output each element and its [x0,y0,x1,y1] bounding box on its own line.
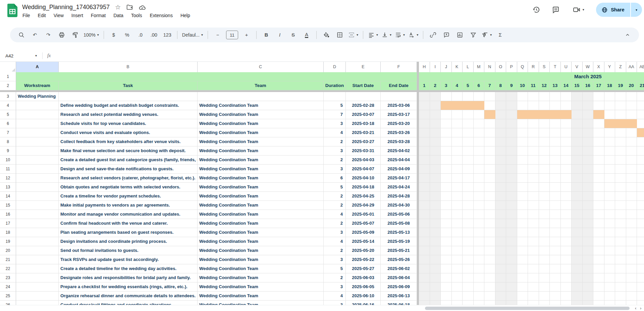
gantt-cell-r16-d20[interactable] [626,210,637,219]
gantt-cell-r11-d5[interactable] [463,165,474,174]
cell-start-date-r8[interactable]: 2025-03-27 [346,137,381,146]
gantt-cell-r9-d18[interactable] [604,146,615,156]
cell-end-date-r20[interactable]: 2025-05-21 [381,246,417,255]
cell-start-date-r5[interactable]: 2025-03-07 [346,110,381,119]
row-header-14[interactable]: 14 [0,192,16,201]
currency-icon[interactable]: $ [108,30,120,40]
gantt-cell-r26-d4[interactable] [452,301,463,305]
gantt-cell-r13-d12[interactable] [539,183,550,192]
gantt-cell-r20-d2[interactable] [430,246,441,255]
gantt-cell-r15-d6[interactable] [474,201,485,210]
gantt-cell-r24-d14[interactable] [561,282,572,292]
gantt-cell-r11-d15[interactable] [572,165,583,174]
gantt-cell-r8-d8[interactable] [495,137,506,146]
gantt-cell-r15-d17[interactable] [593,201,604,210]
gantt-cell-r20-d5[interactable] [463,246,474,255]
gantt-cell-r3-d2[interactable] [430,92,441,101]
video-call-icon[interactable]: ▾ [569,3,588,16]
select-all-corner[interactable] [0,62,16,73]
gantt-cell-r18-d8[interactable] [495,228,506,237]
gantt-cell-r5-d19[interactable] [615,110,626,119]
gantt-cell-r11-d7[interactable] [484,165,495,174]
menu-view[interactable]: View [54,13,64,18]
gantt-cell-r16-d10[interactable] [517,210,528,219]
version-history-icon[interactable] [530,3,543,16]
gantt-cell-r13-d15[interactable] [572,183,583,192]
cell-team-r6[interactable]: Wedding Coordination Team [198,119,324,128]
cell-end-date-r14[interactable]: 2025-04-28 [381,192,417,201]
gantt-cell-r17-d10[interactable] [517,219,528,228]
scroll-left-arrow-icon[interactable]: ‹ [635,306,636,311]
cell-duration-r8[interactable]: 2 [324,137,346,146]
horizontal-scrollbar-thumb[interactable] [425,307,630,310]
row-header-26[interactable]: 26 [0,301,16,305]
gantt-cell-r17-d1[interactable] [419,219,430,228]
cell-duration-r18[interactable]: 3 [324,228,346,237]
cell-end-date-r25[interactable]: 2025-06-13 [381,292,417,301]
gantt-cell-r6-d9[interactable] [506,119,517,128]
share-button[interactable]: Share ▾ [596,3,642,17]
gantt-cell-r6-d10[interactable] [517,119,528,128]
gantt-cell-r17-d7[interactable] [484,219,495,228]
cell-end-date-r17[interactable]: 2025-05-08 [381,219,417,228]
gantt-cell-r6-d1[interactable] [419,119,430,128]
gantt-cell-r26-d14[interactable] [561,301,572,305]
cell-end-date-r4[interactable]: 2025-03-06 [381,101,417,110]
gantt-cell-r10-d14[interactable] [561,156,572,165]
gantt-cell-r11-d6[interactable] [474,165,485,174]
collapse-toolbar-icon[interactable] [622,30,634,40]
gantt-cell-r7-d16[interactable] [583,128,594,137]
gantt-cell-r9-d19[interactable] [615,146,626,156]
gantt-cell-r24-d12[interactable] [539,282,550,292]
gantt-cell-r8-d12[interactable] [539,137,550,146]
cell-end-date-r26[interactable]: 2025-06-18 [381,301,417,305]
cell-task-r8[interactable]: Collect feedback from key stakeholders a… [59,137,198,146]
borders-icon[interactable] [334,30,346,40]
gantt-cell-r11-d19[interactable] [615,165,626,174]
gantt-cell-r10-d10[interactable] [517,156,528,165]
gantt-cell-r15-d13[interactable] [550,201,561,210]
gantt-cell-r13-d17[interactable] [593,183,604,192]
gantt-cell-r21-d13[interactable] [550,255,561,264]
gantt-cell-r4-d19[interactable] [615,101,626,110]
gantt-cell-r20-d6[interactable] [474,246,485,255]
cell-team-r21[interactable]: Wedding Coordination Team [198,255,324,264]
cell-task-r16[interactable]: Monitor and manage vendor communication … [59,210,198,219]
gantt-cell-r17-d3[interactable] [441,219,452,228]
day-header-14[interactable]: 14 [561,81,572,90]
day-header-6[interactable]: 6 [474,81,485,90]
gantt-cell-r19-d12[interactable] [539,237,550,246]
gantt-cell-r5-d21[interactable] [637,110,644,119]
gantt-cell-r21-d6[interactable] [474,255,485,264]
cell-task-r22[interactable]: Create a detailed timeline for the weddi… [59,264,198,273]
gantt-cell-r26-d10[interactable] [517,301,528,305]
gantt-cell-r25-d7[interactable] [484,292,495,301]
gantt-cell-r18-d21[interactable] [637,228,644,237]
cell-workstream-r19[interactable] [16,237,59,246]
cell-workstream-r21[interactable] [16,255,59,264]
gantt-cell-r10-d9[interactable] [506,156,517,165]
gantt-cell-r19-d5[interactable] [463,237,474,246]
gantt-cell-r13-d8[interactable] [495,183,506,192]
column-header-X[interactable]: X [593,62,604,73]
gantt-cell-r24-d4[interactable] [452,282,463,292]
cell-task-r3[interactable] [59,92,198,101]
gantt-cell-r13-d9[interactable] [506,183,517,192]
gantt-cell-r26-d5[interactable] [463,301,474,305]
day-header-10[interactable]: 10 [517,81,528,90]
gantt-cell-r11-d18[interactable] [604,165,615,174]
font-size-box[interactable]: 11 [225,30,239,40]
cell-start-date-r15[interactable]: 2025-04-29 [346,201,381,210]
gantt-cell-r25-d8[interactable] [495,292,506,301]
gantt-cell-r22-d5[interactable] [463,264,474,273]
gantt-cell-r8-d7[interactable] [484,137,495,146]
column-header-K[interactable]: K [452,62,463,73]
gantt-cell-r8-d9[interactable] [506,137,517,146]
insert-comment-icon[interactable] [440,30,452,40]
gantt-cell-r10-d6[interactable] [474,156,485,165]
gantt-cell-r20-d20[interactable] [626,246,637,255]
cell-task-r24[interactable]: Prepare a checklist for wedding essentia… [59,282,198,292]
gantt-cell-r3-d12[interactable] [539,92,550,101]
gantt-cell-r25-d13[interactable] [550,292,561,301]
gantt-cell-r8-d10[interactable] [517,137,528,146]
